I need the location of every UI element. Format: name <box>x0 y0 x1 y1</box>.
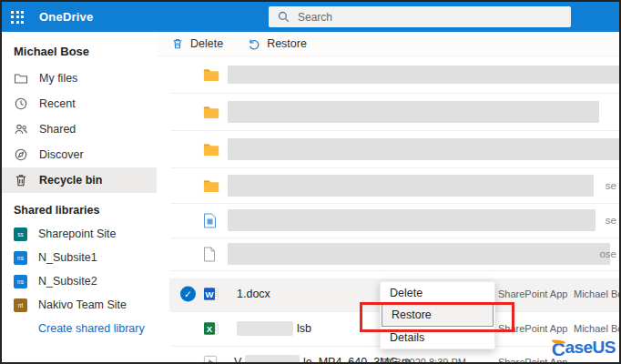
sidebar: Michael Bose My filesRecentSharedDiscove… <box>2 32 157 362</box>
redacted-name-block <box>228 138 619 160</box>
sidebar-item-recycle-bin[interactable]: Recycle bin <box>2 167 157 193</box>
redacted-name-block <box>228 175 594 197</box>
library-item-nakivo-team-site[interactable]: ntNakivo Team Site <box>2 293 157 317</box>
clipped-text-fragment: se <box>606 180 616 191</box>
menu-item-restore[interactable]: Restore <box>382 304 494 327</box>
search-input[interactable] <box>298 11 544 24</box>
redacted-name-block <box>228 243 610 265</box>
compass-icon <box>14 147 28 162</box>
clipped-text-fragment: ose <box>599 248 616 259</box>
clock-icon <box>14 96 28 111</box>
redacted-name-block <box>228 209 596 231</box>
excel-icon: X <box>203 320 219 337</box>
search-box[interactable] <box>269 6 571 27</box>
file-row[interactable]: se <box>157 203 619 238</box>
svg-text:W: W <box>206 289 214 299</box>
easeus-logo-text: aseUS <box>565 338 616 358</box>
folder-icon <box>14 71 28 86</box>
delete-button[interactable]: Delete <box>171 37 223 50</box>
file-name: V <box>234 356 241 364</box>
owner-name: Michael Bose <box>574 323 621 334</box>
sidebar-item-my-files[interactable]: My files <box>2 66 157 91</box>
owner-name: Michael Bose <box>574 288 621 299</box>
doc-blue-icon <box>203 212 219 228</box>
date-deleted: 7/13/2020 8:39 PM <box>382 357 466 364</box>
site-icon: ns <box>14 251 27 265</box>
people-icon <box>14 122 28 136</box>
site-icon: ns <box>14 275 27 288</box>
created-by-app: SharePoint App <box>498 288 567 299</box>
easeus-watermark: CaseUS <box>552 338 616 358</box>
redacted-name-block <box>228 101 599 123</box>
context-menu: DeleteRestoreDetails <box>380 281 495 349</box>
sidebar-nav: My filesRecentSharedDiscoverRecycle bin <box>2 66 157 193</box>
library-item-sharepoint-site[interactable]: ssSharepoint Site <box>2 222 157 246</box>
sidebar-item-shared[interactable]: Shared <box>2 116 157 142</box>
redacted-name-part <box>237 321 293 336</box>
file-row[interactable] <box>157 56 619 93</box>
command-toolbar: Delete Restore <box>157 32 619 56</box>
word-icon: W <box>203 286 219 302</box>
folder-icon <box>203 177 219 194</box>
sidebar-item-discover[interactable]: Discover <box>2 142 157 167</box>
restore-icon <box>247 37 260 51</box>
shared-libraries-heading: Shared libraries <box>2 193 157 222</box>
site-icon: nt <box>14 298 27 312</box>
library-item-n-subsite2[interactable]: nsN_Subsite2 <box>2 269 157 293</box>
restore-button[interactable]: Restore <box>247 37 307 51</box>
video-icon <box>203 354 219 364</box>
clipped-text-fragment: se <box>606 215 616 226</box>
trash-icon <box>171 37 184 50</box>
svg-text:X: X <box>207 324 213 334</box>
shared-libraries-list: ssSharepoint SitensN_Subsite1nsN_Subsite… <box>2 222 157 317</box>
file-name: 1.docx <box>237 288 270 300</box>
redacted-name-block <box>228 66 619 84</box>
doc-icon <box>203 246 219 262</box>
trash-icon <box>14 173 28 187</box>
folder-icon <box>203 66 219 83</box>
suite-header: OneDrive <box>2 2 619 32</box>
file-row[interactable]: ose <box>157 238 619 270</box>
site-icon: ss <box>14 228 27 241</box>
file-row[interactable]: se <box>157 167 619 203</box>
created-by-app: SharePoint App <box>498 323 567 334</box>
file-row[interactable] <box>157 93 619 130</box>
easeus-logo-icon: C <box>552 340 565 358</box>
folder-icon <box>203 141 219 157</box>
folder-icon <box>203 104 219 120</box>
file-name: lsb <box>297 322 311 335</box>
sidebar-item-recent[interactable]: Recent <box>2 91 157 116</box>
user-name: Michael Bose <box>2 39 157 66</box>
file-row[interactable] <box>157 130 619 167</box>
onedrive-window: OneDrive Michael Bose My filesRecentShar… <box>0 0 621 364</box>
create-shared-library-link[interactable]: Create shared library <box>2 317 157 335</box>
app-title: OneDrive <box>39 10 93 24</box>
search-icon <box>278 11 290 23</box>
menu-item-details[interactable]: Details <box>381 327 494 349</box>
redacted-name-part <box>245 355 300 364</box>
selected-check-icon[interactable]: ✓ <box>180 287 196 302</box>
menu-item-delete[interactable]: Delete <box>381 282 494 304</box>
library-item-n-subsite1[interactable]: nsN_Subsite1 <box>2 246 157 269</box>
app-launcher-waffle-icon[interactable] <box>11 11 24 24</box>
